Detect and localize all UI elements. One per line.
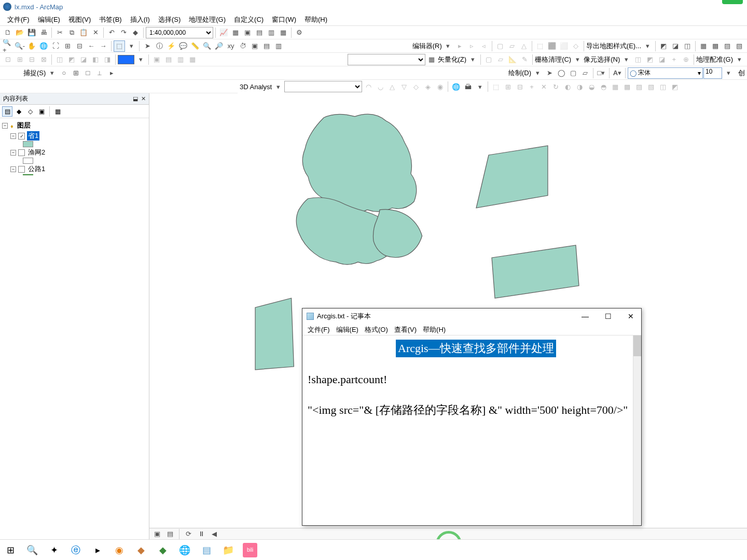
vectorize-layer-dropdown[interactable]: [348, 54, 425, 65]
find-icon[interactable]: 🔍: [201, 40, 213, 52]
draw-text-icon[interactable]: A▾: [612, 67, 623, 79]
add-data-icon[interactable]: ◆: [130, 27, 141, 38]
pixel-select-dropdown-icon[interactable]: ▾: [620, 54, 632, 65]
notepad-maximize-icon[interactable]: ☐: [602, 312, 614, 320]
taskbar-bilibili-icon[interactable]: bili: [243, 543, 257, 557]
globe-icon[interactable]: 🌐: [38, 40, 49, 52]
tool-misc2-icon[interactable]: ◪: [670, 40, 681, 52]
analyst-3d-label[interactable]: 3D Analyst: [240, 83, 272, 91]
taskbar-box1-icon[interactable]: ◆: [134, 543, 148, 557]
menu-select[interactable]: 选择(S): [154, 14, 185, 25]
html-popup-icon[interactable]: 💬: [177, 40, 189, 52]
tool-misc3-icon[interactable]: ◫: [682, 40, 693, 52]
font-name-box[interactable]: ◯ 宋体 ▾: [628, 67, 703, 79]
notepad-scroll-thumb[interactable]: [633, 335, 641, 356]
python-icon[interactable]: ▤: [254, 27, 265, 38]
layer-symbol-3[interactable]: [23, 174, 33, 175]
tree-label-3[interactable]: 公路1: [27, 164, 46, 174]
snap-box-icon[interactable]: □: [82, 67, 93, 79]
pointer-icon[interactable]: ➤: [142, 40, 153, 52]
toc-close-icon[interactable]: ✕: [141, 95, 146, 102]
snap-more-icon[interactable]: ▸: [106, 67, 117, 79]
np-menu-edit[interactable]: 编辑(E): [333, 325, 362, 334]
vectorize-dropdown-icon[interactable]: ▾: [467, 54, 478, 65]
snap-square-icon[interactable]: ⊞: [70, 67, 81, 79]
font-size-dropdown-icon[interactable]: ▾: [723, 67, 734, 79]
color-dropdown-icon[interactable]: ▾: [135, 54, 146, 65]
notepad-body[interactable]: Arcgis—快速查找多部件并处理 !shape.partcount! "<im…: [302, 335, 641, 525]
notepad-minimize-icon[interactable]: —: [579, 312, 591, 320]
export-style-label[interactable]: 导出地图样式(E)...: [586, 41, 641, 51]
export-dropdown-icon[interactable]: ▾: [642, 40, 653, 52]
menu-help[interactable]: 帮助(H): [300, 14, 331, 25]
np-menu-file[interactable]: 文件(F): [305, 325, 333, 334]
notepad-title-bar[interactable]: Arcgis.txt - 记事本 — ☐ ✕: [302, 309, 641, 324]
viewer2-icon[interactable]: ▤: [261, 40, 272, 52]
tree-label-1[interactable]: 省1: [27, 131, 39, 141]
analyst-layer-dropdown[interactable]: [284, 81, 362, 92]
undo-icon[interactable]: ↶: [106, 27, 117, 38]
tree-toggle-3[interactable]: −: [10, 166, 16, 172]
catalog-icon[interactable]: ▦: [230, 27, 241, 38]
toolbox-icon[interactable]: ▣: [242, 27, 253, 38]
full-extent-icon[interactable]: ⛶: [50, 40, 61, 52]
data-view-icon[interactable]: ▣: [151, 528, 163, 540]
toc-list-drawing-icon[interactable]: ▤: [2, 106, 12, 117]
paste-icon[interactable]: 📋: [78, 27, 89, 38]
hyperlink-icon[interactable]: ⚡: [165, 40, 177, 52]
back-icon[interactable]: ←: [86, 40, 97, 52]
snap-end-icon[interactable]: ⟂: [94, 67, 105, 79]
tree-root[interactable]: − ⬧ 图层: [2, 120, 147, 131]
menu-insert[interactable]: 插入(I): [126, 14, 154, 25]
zoom-out-icon[interactable]: 🔍-: [14, 40, 25, 52]
tree-layer-2[interactable]: − 渔网2: [2, 147, 147, 158]
forward-icon[interactable]: →: [98, 40, 109, 52]
taskbar-blender-icon[interactable]: ◉: [112, 543, 127, 557]
np-menu-help[interactable]: 帮助(H): [420, 325, 449, 334]
tree-label-2[interactable]: 渔网2: [27, 148, 46, 157]
draw-dropdown-icon[interactable]: ▾: [532, 67, 543, 79]
layout-view-icon[interactable]: ▤: [164, 528, 176, 540]
menu-window[interactable]: 窗口(W): [268, 14, 300, 25]
raster-clean-label[interactable]: 栅格清理(C): [535, 55, 571, 64]
tree-toggle-1[interactable]: −: [10, 133, 16, 139]
editor-label[interactable]: 编辑器(R): [412, 41, 442, 51]
raster-clean-dropdown-icon[interactable]: ▾: [572, 54, 583, 65]
tool-misc5-icon[interactable]: ▩: [710, 40, 721, 52]
georeference-label[interactable]: 地理配准(G): [696, 55, 733, 64]
tree-layer-1[interactable]: − 省1: [2, 131, 147, 141]
notepad-scrollbar[interactable]: [633, 335, 641, 525]
zoom-in-icon[interactable]: 🔍+: [2, 40, 13, 52]
snap-label[interactable]: 捕捉(S): [23, 68, 46, 78]
misc-icon[interactable]: ⚙: [294, 27, 305, 38]
np-menu-view[interactable]: 查看(V): [391, 325, 420, 334]
toc-pin-icon[interactable]: ⬓: [133, 95, 138, 102]
open-icon[interactable]: 📂: [14, 27, 25, 38]
snap-circle-icon[interactable]: ○: [58, 67, 70, 79]
tool-misc4-icon[interactable]: ▦: [698, 40, 709, 52]
georeference-dropdown-icon[interactable]: ▾: [734, 54, 745, 65]
refresh-icon[interactable]: ⟳: [183, 528, 194, 540]
tree-toggle-root[interactable]: −: [2, 123, 8, 129]
viewer3-icon[interactable]: ▥: [273, 40, 284, 52]
taskbar-edge-icon[interactable]: ⓔ: [68, 543, 83, 557]
tool-misc7-icon[interactable]: ▧: [734, 40, 745, 52]
tree-checkbox-1[interactable]: [18, 133, 25, 139]
scroll-left-icon[interactable]: ◀: [209, 528, 220, 540]
draw-shape-icon[interactable]: ◯: [556, 67, 567, 79]
toc-list-source-icon[interactable]: ◆: [13, 106, 24, 117]
vectorize-label[interactable]: 矢量化(Z): [438, 55, 467, 64]
copy-icon[interactable]: ⧉: [66, 27, 77, 38]
viewer-icon[interactable]: ▣: [249, 40, 260, 52]
taskbar-arrow-icon[interactable]: ▸: [90, 543, 105, 557]
select-tool-icon[interactable]: ⬚: [114, 40, 125, 52]
np-menu-format[interactable]: 格式(O): [362, 325, 391, 334]
taskbar-notepad-icon[interactable]: ▤: [199, 543, 214, 557]
taskbar-arcmap-icon[interactable]: 🌐: [177, 543, 192, 557]
vec-tool-icon[interactable]: ▦: [426, 54, 437, 65]
layer-symbol-1[interactable]: [23, 141, 33, 147]
tree-layer-3[interactable]: − 公路1: [2, 164, 147, 174]
draw-shape2-icon[interactable]: ▢: [568, 67, 579, 79]
fixed-zoom-out-icon[interactable]: ⊟: [74, 40, 85, 52]
taskbar-explorer-icon[interactable]: 📁: [221, 543, 236, 557]
